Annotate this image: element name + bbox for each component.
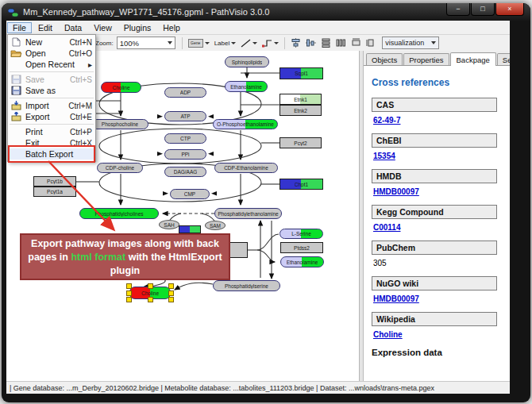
minimize-button[interactable]: − [446, 3, 470, 16]
zoom-combobox[interactable]: 100% [117, 37, 175, 49]
link-hmdb[interactable]: HMDB00097 [373, 187, 502, 196]
pathway-node-label: Phosphatidylcholines [94, 211, 143, 217]
menu-help[interactable]: Help [157, 22, 186, 33]
backpage-panel[interactable]: Cross references CAS 62-49-7 ChEBI 15354… [364, 66, 510, 382]
pathway-node[interactable]: Ethanolamine [280, 256, 324, 267]
pathway-node-label: Etnk1 [294, 97, 307, 102]
tab-objects[interactable]: Objects [366, 53, 403, 65]
menu-plugins[interactable]: Plugins [118, 22, 156, 33]
file-menu-open-recent[interactable]: Open Recent ▸ [8, 59, 95, 70]
pathway-node[interactable]: SAH [159, 220, 179, 229]
file-menu-open[interactable]: Open Ctrl+O [8, 48, 95, 59]
maximize-button[interactable]: □ [471, 3, 495, 16]
link-kegg[interactable]: C00114 [373, 223, 502, 232]
pathway-node[interactable]: CMP [170, 189, 210, 199]
pathway-node[interactable]: Ptdss2 [280, 242, 323, 253]
chevron-down-icon [231, 42, 236, 44]
pathway-node[interactable]: Phosphocholine [91, 119, 148, 129]
file-menu-save-as[interactable]: Save as [8, 85, 95, 96]
pathway-node-label: PPi [181, 152, 189, 157]
pathway-node[interactable]: SAM [205, 221, 226, 230]
menu-bar: File Edit Data View Plugins Help [6, 21, 510, 35]
link-wikipedia[interactable]: Choline [373, 330, 502, 339]
section-header-kegg: Kegg Compound [372, 205, 497, 219]
pathway-node[interactable]: Ethanolamine [225, 81, 268, 92]
add-label-button[interactable]: Label [213, 39, 238, 48]
pathway-node-label: Choline [141, 290, 159, 296]
file-menu-import[interactable]: Import Ctrl+M [8, 100, 95, 111]
pathway-node[interactable]: Choline [101, 82, 141, 93]
gene-node-icon: Gene [188, 39, 203, 48]
side-panel-tabs: Objects Properties Backpage Search Legen… [364, 51, 510, 66]
link-nugo[interactable]: HMDB00097 [373, 294, 502, 303]
pathway-node[interactable]: ADP [164, 87, 206, 98]
toolbar-separator [182, 37, 183, 49]
pathway-node-label: Sgpl1 [295, 71, 308, 76]
pathway-node[interactable]: Phosphatidylcholines [79, 208, 159, 219]
section-header-hmdb: HMDB [372, 169, 497, 183]
pathway-node[interactable]: ATP [164, 111, 206, 121]
pathway-node[interactable]: CDP-choline [97, 163, 143, 173]
title-bar[interactable]: Mm_Kennedy_pathway_WP1771_45176.gpml - P… [2, 3, 530, 21]
submenu-arrow-icon: ▸ [88, 60, 92, 69]
link-chebi[interactable]: 15354 [373, 152, 502, 160]
section-header-pubchem: PubChem [372, 240, 497, 255]
align-horizontal-center-button[interactable] [289, 37, 303, 48]
pathway-node[interactable]: Etnk1 [279, 94, 322, 105]
pathway-node[interactable]: CDP-Ethanolamine [214, 163, 278, 173]
visualization-combobox[interactable]: visualization [382, 37, 439, 49]
tab-search[interactable]: Search [497, 53, 510, 65]
pathway-node[interactable] [179, 225, 201, 233]
pathway-node[interactable]: PPi [164, 149, 206, 160]
stack-rows-button[interactable] [319, 37, 333, 48]
section-header-nugo: NuGO wiki [372, 276, 497, 290]
align-vertical-center-button[interactable] [304, 37, 318, 48]
pathway-node[interactable]: Pcyt1b [33, 176, 76, 187]
save-as-disk-icon [10, 86, 22, 95]
open-folder-icon [10, 48, 22, 58]
pathway-node-label: Phosphatidylserine [225, 283, 268, 289]
pathway-node[interactable]: Sphingolipids [225, 56, 269, 67]
pathway-node[interactable]: DAG/AAG [164, 167, 206, 177]
pathway-node[interactable]: Chpt1 [279, 179, 323, 190]
menu-separator [10, 71, 94, 72]
connector-tool-button[interactable] [260, 38, 280, 48]
tab-backpage[interactable]: Backpage [450, 52, 496, 66]
chevron-down-icon [431, 41, 436, 44]
align-horizontal-center-icon [291, 38, 301, 48]
pathway-node[interactable]: O-Phosphoethanolamine [213, 119, 278, 129]
pathway-node[interactable]: Pcyt1a [33, 187, 76, 197]
menu-view[interactable]: View [88, 22, 118, 33]
callout-highlight-text: html format [71, 252, 125, 263]
pathway-node[interactable]: CTP [164, 133, 206, 144]
menu-file[interactable]: File [7, 22, 32, 33]
add-datanode-button[interactable]: Gene [187, 38, 211, 48]
app-client-area: File Edit Data View Plugins Help Zoom: 1… [6, 21, 510, 394]
close-button[interactable]: × [495, 3, 524, 16]
pathway-node[interactable]: Phosphatidylserine [213, 280, 280, 291]
save-disk-icon [10, 75, 22, 84]
menu-data[interactable]: Data [59, 22, 87, 33]
pathway-node[interactable]: Choline [129, 287, 171, 299]
section-header-cas: CAS [372, 98, 497, 112]
pathway-node-label: Ptdss2 [294, 245, 310, 251]
pathway-node-label: ATP [180, 114, 190, 119]
pathway-node[interactable]: Sgpl1 [279, 67, 323, 79]
file-menu-print[interactable]: Print Ctrl+P [8, 126, 95, 137]
file-menu-new[interactable]: New Ctrl+N [8, 37, 95, 48]
pathway-node[interactable]: Pcyt2 [279, 137, 322, 148]
pathway-node[interactable]: L-Serine [279, 229, 323, 239]
line-tool-button[interactable] [239, 38, 259, 48]
pathway-node[interactable]: Etnk2 [279, 105, 322, 116]
link-cas[interactable]: 62-49-7 [373, 116, 502, 125]
common-width-button[interactable] [349, 37, 363, 48]
menu-edit[interactable]: Edit [33, 22, 58, 33]
tab-properties[interactable]: Properties [403, 53, 449, 65]
pathway-node[interactable]: Phosphatidylethanolamine [214, 208, 282, 219]
line-icon [241, 39, 251, 48]
common-height-button[interactable] [364, 37, 378, 48]
file-menu-export[interactable]: Export Ctrl+E [8, 111, 95, 122]
stack-columns-button[interactable] [334, 37, 348, 48]
pathway-node-label: Choline [112, 85, 129, 90]
annotation-highlight-box [8, 145, 95, 163]
